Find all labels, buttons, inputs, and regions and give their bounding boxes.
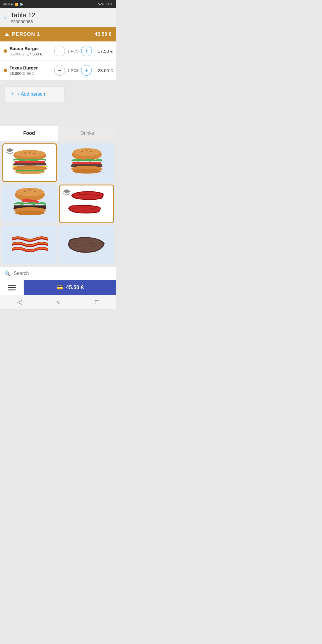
- bacon-svg: [9, 232, 51, 258]
- svg-point-13: [72, 169, 101, 174]
- search-input[interactable]: [14, 271, 112, 276]
- item-dot-2: [4, 69, 7, 72]
- svg-point-16: [24, 191, 26, 192]
- header-titles: Table 12 #20000083: [10, 11, 35, 24]
- back-nav-icon[interactable]: ◁: [17, 298, 22, 306]
- table-name: Table 12: [10, 11, 35, 19]
- bacon-visual: [2, 226, 57, 264]
- svg-point-10: [86, 150, 88, 151]
- item-qty-1: 1 PCS: [67, 49, 79, 53]
- burger-svg-texas: [10, 188, 49, 220]
- status-right: 57% 09:33: [98, 3, 113, 6]
- single-burger-visual: [59, 143, 114, 182]
- order-item-texas-burger: Texas Burger 28.000 € 🍽 1 − 1 PCS + 28.0…: [0, 61, 116, 80]
- item-total-2: 28.00 €: [94, 68, 113, 73]
- svg-point-17: [29, 189, 31, 191]
- svg-point-18: [34, 191, 36, 192]
- item-total-1: 17.50 €: [94, 49, 113, 54]
- plate-icon: 🍽: [27, 71, 31, 76]
- item-prices-2: 28.000 € 🍽 1: [10, 71, 52, 76]
- meat-svg: [66, 189, 108, 219]
- svg-point-3: [29, 151, 31, 153]
- layer-icon-1: [6, 147, 14, 155]
- food-card-single-burger[interactable]: [59, 143, 114, 182]
- time-label: 09:33: [106, 3, 113, 6]
- plus-icon: +: [11, 91, 15, 97]
- header: ‹ Table 12 #20000083: [0, 8, 116, 27]
- food-card-bacon[interactable]: [2, 226, 57, 264]
- add-person-area: + + Add person: [0, 80, 116, 108]
- burger-svg-single: [67, 148, 106, 178]
- status-left: diil Telia 📶 📡: [3, 3, 23, 6]
- person-banner[interactable]: PERSON 1 45.50 €: [0, 27, 116, 41]
- search-icon: 🔍: [4, 270, 11, 277]
- add-person-button[interactable]: + + Add person: [5, 86, 64, 102]
- nav-bar: ◁ ○ □: [0, 295, 116, 309]
- tab-food[interactable]: Food: [0, 126, 58, 141]
- order-item-bacon-burger: Bacon Burger 35.000 € 17.500 € − 1 PCS +…: [0, 41, 116, 61]
- wallet-icon: 💳: [56, 284, 63, 291]
- dark-meat-visual: [59, 226, 114, 264]
- hamburger-icon: [8, 285, 16, 290]
- total-button[interactable]: 💳 45.50 €: [24, 280, 116, 295]
- carrier-label: diil Telia: [3, 3, 13, 6]
- food-card-meat[interactable]: [59, 185, 114, 223]
- person-banner-left: PERSON 1: [5, 31, 40, 37]
- svg-point-22: [15, 210, 45, 215]
- signal-icon: 📶: [15, 3, 18, 6]
- decrease-texas-burger[interactable]: −: [54, 65, 65, 76]
- person-total: 45.50 €: [95, 31, 112, 37]
- item-extras-2: 🍽 1: [27, 71, 34, 76]
- tab-drinks[interactable]: Drinks: [58, 126, 116, 141]
- item-qty-2: 1 PCS: [67, 68, 79, 73]
- search-bar: 🔍: [0, 267, 116, 280]
- layer-icon-2: [63, 188, 71, 196]
- food-card-multi-burger[interactable]: [2, 143, 57, 182]
- svg-point-9: [81, 151, 83, 152]
- menu-button[interactable]: [0, 280, 24, 295]
- multi-burger-visual: [3, 144, 56, 181]
- svg-point-11: [90, 151, 92, 152]
- item-controls-1: − 1 PCS +: [54, 46, 92, 56]
- spacer: [0, 108, 116, 126]
- tabs: Food Drinks: [0, 126, 116, 141]
- svg-point-4: [33, 153, 35, 154]
- wifi-icon: 📡: [19, 3, 23, 6]
- svg-point-2: [24, 152, 27, 154]
- status-bar: diil Telia 📶 📡 57% 09:33: [0, 0, 116, 8]
- item-name-2: Texas Burger: [10, 65, 52, 70]
- burger-svg-multi: [9, 149, 51, 176]
- food-card-texas-burger[interactable]: [2, 185, 57, 223]
- svg-point-15: [16, 188, 44, 196]
- back-button[interactable]: ‹: [3, 13, 7, 23]
- svg-point-8: [73, 148, 101, 156]
- meat-visual: [60, 185, 113, 222]
- item-prices-1: 35.000 € 17.500 €: [10, 52, 52, 56]
- item-info-1: Bacon Burger 35.000 € 17.500 €: [10, 46, 52, 56]
- recents-nav-icon[interactable]: □: [95, 298, 99, 306]
- order-items-list: Bacon Burger 35.000 € 17.500 € − 1 PCS +…: [0, 41, 116, 80]
- item-dot-1: [4, 49, 7, 53]
- home-nav-icon[interactable]: ○: [57, 298, 61, 306]
- decrease-bacon-burger[interactable]: −: [54, 46, 65, 56]
- total-amount: 45.50 €: [66, 284, 84, 291]
- item-controls-2: − 1 PCS +: [54, 65, 92, 76]
- add-person-label: + Add person: [17, 92, 45, 97]
- food-grid: [0, 141, 116, 267]
- person-label: PERSON 1: [12, 31, 40, 37]
- order-id: #20000083: [10, 19, 35, 24]
- battery-label: 57%: [98, 3, 104, 6]
- item-discount-price-1: 17.500 €: [27, 52, 42, 56]
- chevron-up-icon: [5, 33, 9, 36]
- svg-point-1: [14, 150, 45, 157]
- item-original-price-1: 35.000 €: [10, 52, 25, 56]
- item-price-2: 28.000 €: [10, 71, 25, 76]
- bottom-bar: 💳 45.50 €: [0, 280, 116, 295]
- item-info-2: Texas Burger 28.000 € 🍽 1: [10, 65, 52, 76]
- texas-burger-visual: [2, 185, 57, 223]
- increase-texas-burger[interactable]: +: [81, 65, 92, 76]
- dark-meat-svg: [66, 232, 108, 258]
- item-name-1: Bacon Burger: [10, 46, 52, 51]
- food-card-dark-meat[interactable]: [59, 226, 114, 264]
- increase-bacon-burger[interactable]: +: [81, 46, 92, 56]
